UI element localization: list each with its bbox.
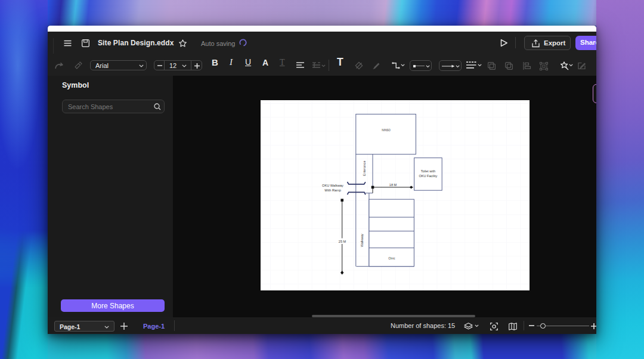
svg-text:OKU Facility: OKU Facility (419, 174, 437, 177)
svg-text:With Ramp: With Ramp (324, 188, 341, 191)
svg-text:18 M: 18 M (389, 182, 397, 186)
svg-text:Toilet with: Toilet with (420, 169, 435, 173)
svg-text:Walkway: Walkway (360, 234, 364, 247)
svg-text:25 M: 25 M (338, 240, 346, 243)
svg-text:Enterance: Enterance (362, 160, 366, 175)
svg-text:OKU Walkway: OKU Walkway (322, 184, 343, 187)
svg-text:NINSO: NINSO (382, 129, 391, 132)
svg-text:Clinic: Clinic (388, 257, 395, 260)
